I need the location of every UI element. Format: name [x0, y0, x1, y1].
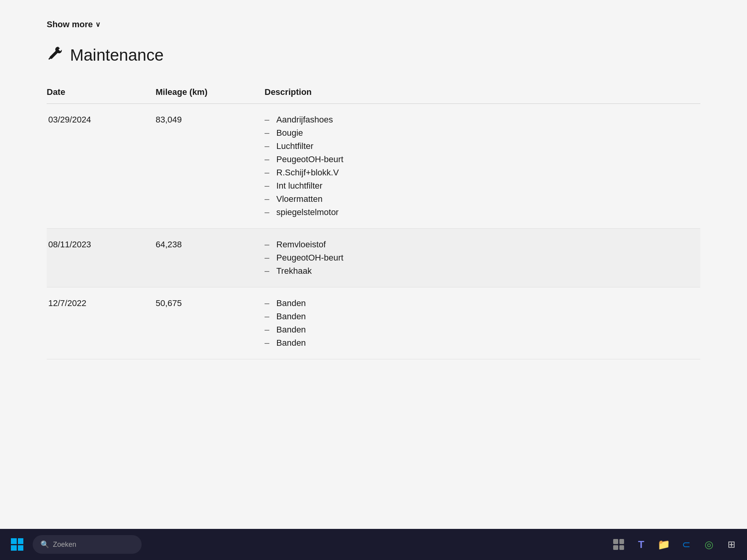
desc-text: Banden	[276, 325, 306, 335]
taskbar-grid-icon[interactable]: ⊞	[724, 537, 739, 552]
taskbar-folder-icon[interactable]: 📁	[656, 537, 672, 552]
dash-icon: –	[265, 207, 269, 217]
dash-icon: –	[265, 240, 269, 250]
windows-icon	[11, 538, 23, 551]
col-header-mileage: Mileage (km)	[156, 87, 265, 97]
desc-text: spiegelstelmotor	[276, 207, 338, 217]
taskbar: 🔍 Zoeken T 📁 ⊂ ◎ ⊞	[0, 529, 747, 560]
taskbar-icon-group: T 📁 ⊂ ◎ ⊞	[611, 537, 739, 552]
folder-icon: 📁	[658, 539, 670, 551]
section-header: Maintenance	[47, 45, 700, 65]
main-content: Show more ∨ Maintenance Date Mileage (km…	[0, 0, 747, 529]
desc-item: – PeugeotOH-beurt	[265, 154, 700, 164]
desc-text: Trekhaak	[276, 266, 312, 276]
desc-text: Luchtfilter	[276, 141, 313, 151]
dash-icon: –	[265, 298, 269, 308]
desc-text: Remvloeistof	[276, 240, 326, 250]
dash-icon: –	[265, 312, 269, 322]
desc-item: – Banden	[265, 338, 700, 348]
dash-icon: –	[265, 253, 269, 263]
dash-icon: –	[265, 325, 269, 335]
desc-text: Banden	[276, 298, 306, 308]
desc-item: – Vloermatten	[265, 194, 700, 204]
desc-text: Banden	[276, 312, 306, 322]
desc-item: – spiegelstelmotor	[265, 207, 700, 217]
mileage-cell: 83,049	[156, 115, 265, 125]
col-header-date: Date	[47, 87, 156, 97]
table-row: 03/29/2024 83,049 – Aandrijfashoes – Bou…	[47, 104, 700, 229]
edge-icon: ⊂	[682, 539, 691, 551]
desc-text: Bougie	[276, 128, 303, 138]
desc-item: – Bougie	[265, 128, 700, 138]
description-cell: – Banden – Banden – Banden – Banden	[265, 298, 700, 348]
teams-icon: T	[638, 539, 644, 551]
desc-text: Banden	[276, 338, 306, 348]
desc-item: – Banden	[265, 325, 700, 335]
dash-icon: –	[265, 128, 269, 138]
maintenance-table: Date Mileage (km) Description 03/29/2024…	[47, 81, 700, 359]
chrome-icon: ◎	[705, 539, 714, 551]
desc-item: – Aandrijfashoes	[265, 115, 700, 125]
table-row: 12/7/2022 50,675 – Banden – Banden – Ban…	[47, 287, 700, 359]
desc-item: – Banden	[265, 298, 700, 308]
date-cell: 08/11/2023	[47, 240, 156, 250]
chevron-down-icon: ∨	[95, 20, 100, 29]
desc-text: Vloermatten	[276, 194, 323, 204]
taskbar-chrome-icon[interactable]: ◎	[701, 537, 717, 552]
date-cell: 03/29/2024	[47, 115, 156, 125]
taskbar-squares-icon[interactable]	[611, 537, 626, 552]
desc-item: – Remvloeistof	[265, 240, 700, 250]
table-header-row: Date Mileage (km) Description	[47, 81, 700, 104]
desc-item: – Banden	[265, 312, 700, 322]
dash-icon: –	[265, 266, 269, 276]
description-cell: – Aandrijfashoes – Bougie – Luchtfilter …	[265, 115, 700, 217]
desc-item: – Luchtfilter	[265, 141, 700, 151]
mileage-cell: 64,238	[156, 240, 265, 250]
desc-text: Aandrijfashoes	[276, 115, 333, 125]
show-more-button[interactable]: Show more ∨	[47, 16, 100, 33]
col-header-description: Description	[265, 87, 700, 97]
desc-item: – Int luchtfilter	[265, 181, 700, 191]
dash-icon: –	[265, 168, 269, 178]
desc-item: – R.Schijf+blokk.V	[265, 168, 700, 178]
show-more-label: Show more	[47, 19, 93, 30]
squares-icon	[613, 539, 624, 550]
description-cell: – Remvloeistof – PeugeotOH-beurt – Trekh…	[265, 240, 700, 276]
taskbar-search[interactable]: 🔍 Zoeken	[33, 535, 142, 554]
dash-icon: –	[265, 338, 269, 348]
taskbar-teams-icon[interactable]: T	[633, 537, 649, 552]
dash-icon: –	[265, 181, 269, 191]
dash-icon: –	[265, 141, 269, 151]
date-cell: 12/7/2022	[47, 298, 156, 308]
dash-icon: –	[265, 115, 269, 125]
desc-text: R.Schijf+blokk.V	[276, 168, 339, 178]
dash-icon: –	[265, 194, 269, 204]
table-row: 08/11/2023 64,238 – Remvloeistof – Peuge…	[47, 229, 700, 287]
grid-icon: ⊞	[728, 539, 735, 550]
section-title-text: Maintenance	[70, 46, 164, 65]
search-placeholder: Zoeken	[53, 541, 76, 549]
desc-item: – PeugeotOH-beurt	[265, 253, 700, 263]
maintenance-wrench-icon	[47, 45, 63, 65]
mileage-cell: 50,675	[156, 298, 265, 308]
desc-item: – Trekhaak	[265, 266, 700, 276]
search-icon: 🔍	[40, 540, 49, 549]
taskbar-edge-icon[interactable]: ⊂	[679, 537, 694, 552]
desc-text: PeugeotOH-beurt	[276, 253, 343, 263]
desc-text: Int luchtfilter	[276, 181, 323, 191]
start-button[interactable]	[8, 535, 26, 554]
desc-text: PeugeotOH-beurt	[276, 154, 343, 164]
dash-icon: –	[265, 154, 269, 164]
svg-line-0	[49, 58, 51, 59]
